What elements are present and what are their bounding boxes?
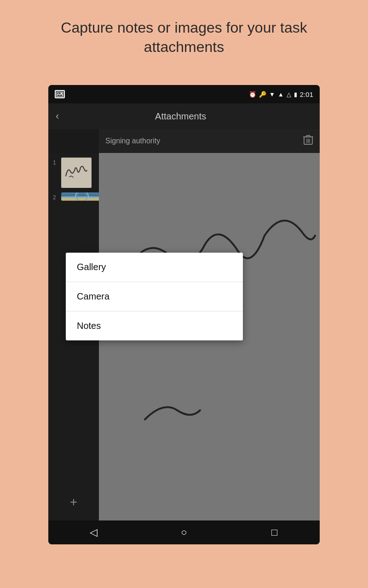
status-bar: ⏰ 🔑 ▼ ▲ △ ▮ 2:01: [48, 85, 320, 103]
thumb-image-2: [61, 192, 103, 201]
thumbnail-item-2[interactable]: 2: [53, 192, 94, 201]
bottom-nav: ◁ ○ □: [48, 520, 320, 544]
menu-item-camera[interactable]: Camera: [66, 282, 243, 311]
status-time: 2:01: [300, 90, 313, 98]
phone-inner: ⏰ 🔑 ▼ ▲ △ ▮ 2:01 ‹ Attachments Signing a…: [48, 85, 320, 544]
status-left: [55, 90, 65, 98]
add-button[interactable]: +: [70, 495, 77, 509]
menu-item-notes[interactable]: Notes: [66, 311, 243, 340]
attachment-name: Signing authority: [105, 137, 303, 145]
signal-icon: ▲: [278, 91, 284, 98]
attachment-bar: Signing authority: [99, 129, 320, 153]
wifi-icon: ▼: [269, 91, 275, 98]
vpn-icon: 🔑: [259, 91, 266, 98]
nav-recents-button[interactable]: □: [261, 523, 288, 542]
nav-back-button[interactable]: ◁: [80, 523, 107, 542]
thumb-image-1: [61, 158, 92, 188]
signal-outline-icon: △: [287, 91, 291, 98]
phone-frame: ⏰ 🔑 ▼ ▲ △ ▮ 2:01 ‹ Attachments Signing a…: [48, 85, 320, 544]
battery-icon: ▮: [294, 91, 297, 98]
svg-point-1: [61, 92, 62, 94]
back-button[interactable]: ‹: [56, 110, 59, 122]
popup-menu: Gallery Camera Notes: [66, 253, 243, 340]
page-header: Capture notes or images for your task at…: [0, 0, 368, 70]
app-bar: ‹ Attachments: [48, 103, 320, 129]
delete-button[interactable]: [303, 135, 313, 148]
menu-item-gallery[interactable]: Gallery: [66, 253, 243, 282]
nav-home-button[interactable]: ○: [170, 523, 198, 542]
alarm-icon: ⏰: [249, 91, 256, 98]
thumb-number-2: 2: [53, 194, 59, 201]
thumb-number-1: 1: [53, 159, 59, 166]
status-right: ⏰ 🔑 ▼ ▲ △ ▮ 2:01: [249, 90, 313, 98]
add-attachment-container: +: [70, 495, 77, 516]
thumbnail-item-1[interactable]: 1: [53, 158, 94, 188]
image-icon: [55, 90, 65, 98]
app-bar-title: Attachments: [68, 111, 293, 122]
